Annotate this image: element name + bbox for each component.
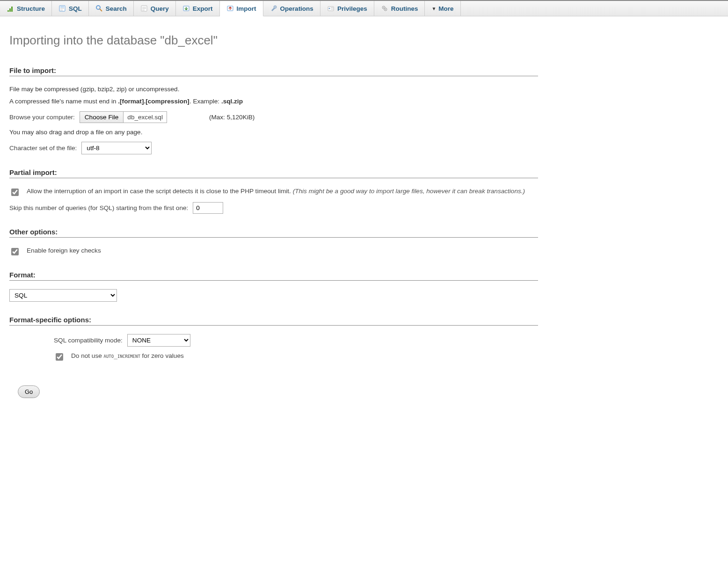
main-content: Importing into the database "db_excel" F… — [0, 16, 547, 417]
query-icon — [140, 5, 148, 12]
choose-file-button[interactable]: Choose File — [80, 112, 124, 123]
tab-privileges[interactable]: Privileges — [320, 1, 374, 16]
operations-icon — [270, 5, 277, 12]
svg-rect-4 — [60, 7, 64, 7]
privileges-icon — [327, 5, 335, 12]
no-autoincrement-checkbox[interactable] — [56, 353, 63, 361]
svg-line-8 — [100, 9, 102, 11]
tab-export[interactable]: Export — [176, 1, 220, 16]
browse-label: Browse your computer: — [9, 114, 75, 121]
section-other-options: Other options: — [9, 228, 538, 238]
section-format-specific: Format-specific options: — [9, 316, 538, 326]
svg-rect-0 — [7, 10, 9, 12]
skip-queries-input[interactable] — [193, 202, 223, 214]
file-compressed-note: File may be compressed (gzip, bzip2, zip… — [9, 85, 538, 94]
sql-icon — [58, 5, 66, 12]
charset-label: Character set of the file: — [9, 145, 77, 152]
chevron-down-icon: ▼ — [431, 6, 436, 11]
svg-rect-2 — [11, 7, 13, 12]
tab-label: SQL — [69, 5, 82, 12]
section-file-to-import: File to import: — [9, 66, 538, 76]
tab-label: More — [438, 5, 453, 12]
search-icon — [95, 5, 103, 12]
tab-routines[interactable]: Routines — [374, 1, 425, 16]
svg-point-22 — [383, 7, 384, 8]
fk-checks-checkbox[interactable] — [11, 248, 19, 255]
allow-interrupt-label: Allow the interruption of an import in c… — [27, 187, 525, 196]
tab-label: Privileges — [337, 5, 367, 12]
tab-sql[interactable]: SQL — [52, 1, 89, 16]
file-name-rule: A compressed file's name must end in .[f… — [9, 97, 538, 106]
allow-interrupt-checkbox[interactable] — [11, 189, 19, 196]
svg-rect-18 — [331, 7, 333, 8]
tab-structure[interactable]: Structure — [0, 1, 52, 16]
section-partial-import: Partial import: — [9, 168, 538, 178]
routines-icon — [381, 5, 388, 12]
no-autoincrement-label: Do not use auto_increment for zero value… — [71, 351, 184, 361]
format-select[interactable]: SQL — [9, 289, 117, 302]
go-button[interactable]: Go — [18, 385, 40, 398]
tab-query[interactable]: Query — [134, 1, 176, 16]
export-icon — [182, 5, 190, 12]
svg-rect-1 — [9, 8, 11, 12]
svg-point-23 — [385, 9, 386, 10]
tab-label: Query — [151, 5, 169, 12]
svg-rect-6 — [60, 10, 63, 10]
charset-select[interactable]: utf-8 — [81, 142, 152, 154]
tab-label: Export — [193, 5, 213, 12]
tab-import[interactable]: Import — [220, 1, 263, 16]
svg-point-7 — [96, 6, 100, 9]
svg-rect-11 — [142, 8, 146, 9]
tab-label: Routines — [391, 5, 418, 12]
dragdrop-note: You may also drag and drop a file on any… — [9, 128, 538, 137]
top-tabs: Structure SQL Search Query Export Import — [0, 0, 728, 16]
tab-operations[interactable]: Operations — [263, 1, 320, 16]
svg-rect-5 — [60, 8, 64, 9]
page-title: Importing into the database "db_excel" — [9, 33, 538, 48]
sql-compat-select[interactable]: NONE — [127, 334, 190, 347]
skip-queries-label: Skip this number of queries (for SQL) st… — [9, 204, 188, 211]
tab-label: Import — [237, 5, 256, 12]
svg-rect-10 — [142, 7, 146, 7]
chosen-file-name: db_excel.sql — [124, 112, 167, 123]
svg-rect-19 — [331, 9, 333, 9]
tab-search[interactable]: Search — [89, 1, 134, 16]
fk-checks-label: Enable foreign key checks — [27, 246, 101, 255]
sql-compat-label: SQL compatibility mode: — [54, 337, 123, 344]
tab-label: Operations — [280, 5, 313, 12]
tab-label: Search — [106, 5, 127, 12]
tab-more[interactable]: ▼ More — [425, 1, 460, 16]
max-size-label: (Max: 5,120KiB) — [209, 114, 255, 121]
import-icon — [226, 5, 234, 12]
structure-icon — [7, 5, 14, 12]
section-format: Format: — [9, 271, 538, 281]
svg-point-15 — [274, 6, 277, 8]
svg-rect-12 — [142, 10, 145, 10]
tab-label: Structure — [17, 5, 45, 12]
svg-point-17 — [328, 8, 330, 9]
